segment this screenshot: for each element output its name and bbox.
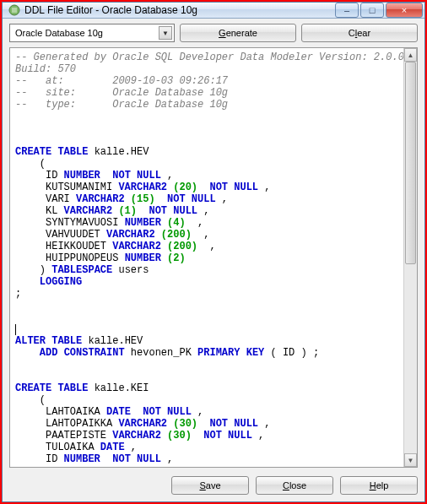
red-border: DDL File Editor - Oracle Database 10g – …: [0, 0, 427, 504]
scroll-down-button[interactable]: ▼: [404, 453, 417, 467]
code-editor[interactable]: -- Generated by Oracle SQL Developer Dat…: [10, 48, 403, 467]
close-button[interactable]: Close: [256, 476, 333, 495]
minimize-button[interactable]: –: [335, 3, 359, 18]
help-button[interactable]: Help: [340, 476, 418, 495]
window-buttons: – □ ×: [333, 3, 423, 18]
database-combo[interactable]: Oracle Database 10g ▼: [9, 24, 175, 42]
toolbar: Oracle Database 10g ▼ Generate Clear: [3, 19, 424, 47]
vertical-scrollbar[interactable]: ▲ ▼: [403, 48, 417, 467]
bottombar: Save Close Help: [3, 471, 424, 501]
close-window-button[interactable]: ×: [386, 3, 423, 18]
app-icon: [8, 3, 21, 17]
generate-button[interactable]: Generate: [180, 24, 296, 42]
titlebar[interactable]: DDL File Editor - Oracle Database 10g – …: [3, 3, 424, 19]
text-caret: [15, 324, 16, 335]
maximize-button[interactable]: □: [360, 3, 384, 18]
editor-wrap: -- Generated by Oracle SQL Developer Dat…: [9, 47, 418, 468]
chevron-down-icon: ▼: [159, 26, 172, 40]
svg-rect-1: [12, 8, 17, 13]
scroll-up-button[interactable]: ▲: [404, 48, 417, 62]
clear-button[interactable]: Clear: [301, 24, 418, 42]
window-title: DDL File Editor - Oracle Database 10g: [24, 4, 333, 16]
database-combo-value: Oracle Database 10g: [15, 28, 159, 38]
scroll-track[interactable]: [404, 62, 417, 453]
save-button[interactable]: Save: [171, 476, 249, 495]
scroll-thumb[interactable]: [405, 62, 416, 264]
window: DDL File Editor - Oracle Database 10g – …: [2, 2, 425, 502]
